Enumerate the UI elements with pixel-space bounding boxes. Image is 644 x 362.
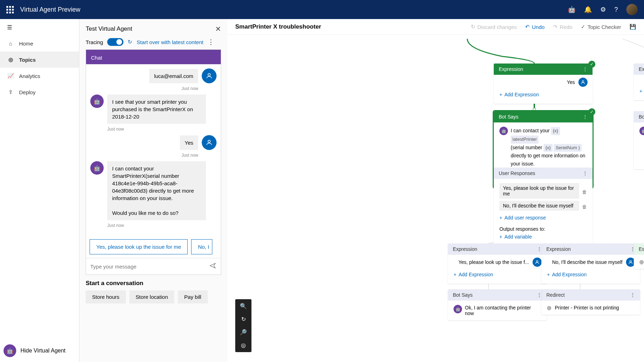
bot-icon[interactable]: 🤖 <box>568 6 576 13</box>
node-menu-icon[interactable]: ⋮ <box>537 246 542 252</box>
node-menu-icon[interactable]: ⋮ <box>583 66 588 72</box>
svg-point-7 <box>536 260 538 262</box>
hamburger-icon[interactable]: ☰ <box>0 19 79 36</box>
redo-button[interactable]: ↷Redo <box>553 24 572 30</box>
nav-home[interactable]: ⌂ Home <box>0 36 79 52</box>
app-launcher-icon[interactable] <box>6 6 14 13</box>
tracing-toggle[interactable] <box>107 38 123 46</box>
quick-reply-yes[interactable]: Yes, please look up the issue for me <box>90 239 188 254</box>
plus-icon: + <box>499 215 502 221</box>
expression-value: No, I'll describe the issue myself <box>552 259 622 265</box>
plus-icon: + <box>547 272 550 277</box>
check-icon: ✓ <box>588 108 595 115</box>
undo-button[interactable]: ↶Undo <box>525 24 545 30</box>
discard-icon: ↻ <box>471 24 475 30</box>
bot-mini-icon: 🤖 <box>499 127 508 135</box>
nav-label: Analytics <box>19 73 40 79</box>
discard-button[interactable]: ↻Discard changes <box>471 24 517 30</box>
plus-icon: + <box>454 272 456 277</box>
node-expression-lookup[interactable]: Expression⋮ Yes, please look up the issu… <box>448 243 547 284</box>
add-expression-link[interactable]: +Add Expression <box>639 86 644 96</box>
node-bot-says-sorry[interactable]: Bot Says 🤖 Sorry, our records show so el… <box>634 111 644 169</box>
node-redirect[interactable]: Redirect⋮ ◎ Printer - Printer is not pri… <box>541 289 640 315</box>
chip-store-hours[interactable]: Store hours <box>86 290 126 303</box>
node-menu-icon[interactable]: ⋮ <box>583 170 588 176</box>
node-expression-describe[interactable]: Expression⋮ No, I'll describe the issue … <box>541 243 640 284</box>
node-expression-other[interactable]: Expression No, I have another prin +Add … <box>634 64 644 100</box>
canvas: SmartPrinter X troubleshooter ↻Discard c… <box>227 19 644 362</box>
user-response-option[interactable]: Yes, please look up the issue for me <box>499 183 579 199</box>
node-expression-yes[interactable]: ✓ Expression⋮ Yes +Add Expression <box>494 64 593 104</box>
timestamp: Just now <box>90 86 217 91</box>
nav-analytics[interactable]: 📈 Analytics <box>0 68 79 84</box>
app-title: Virtual Agent Preview <box>20 6 80 13</box>
expression-value: Yes, please look up the issue f... <box>458 259 529 265</box>
user-avatar[interactable] <box>626 4 638 15</box>
node-menu-icon[interactable]: ⋮ <box>583 114 588 120</box>
node-menu-icon[interactable]: ⋮ <box>537 292 542 298</box>
add-user-response-link[interactable]: +Add user response <box>499 213 587 223</box>
help-icon[interactable]: ? <box>614 6 618 13</box>
add-expression-link[interactable]: +Add Expression <box>547 270 634 279</box>
hide-agent-button[interactable]: 🤖 <box>4 344 16 357</box>
quick-reply-no[interactable]: No, I <box>191 239 212 254</box>
topics-icon: ◎ <box>7 56 14 63</box>
app-header: Virtual Agent Preview 🤖 🔔 ⚙ ? <box>0 0 644 19</box>
test-panel: Test Virtual Agent ✕ Tracing ↻ Start ove… <box>79 19 227 362</box>
save-icon[interactable]: 💾 <box>630 24 636 30</box>
node-bot-says-contacting[interactable]: Bot Says⋮ 🤖 Ok, I am contacting the prin… <box>448 289 547 320</box>
bot-avatar-icon: 🤖 <box>90 161 104 175</box>
redo-icon: ↷ <box>553 24 558 30</box>
trash-icon[interactable]: 🗑 <box>582 189 587 195</box>
send-icon[interactable] <box>209 263 217 270</box>
zoom-in-icon[interactable]: 🔍 <box>240 303 247 309</box>
svg-point-0 <box>208 73 211 76</box>
zoom-reset-icon[interactable]: ↻ <box>241 316 246 322</box>
tracing-label: Tracing <box>86 39 103 45</box>
chat-input[interactable] <box>90 264 209 270</box>
bot-mini-icon: 🤖 <box>639 127 644 135</box>
nav-topics[interactable]: ◎ Topics <box>0 52 79 68</box>
notification-icon[interactable]: 🔔 <box>584 6 592 13</box>
hide-agent-label: Hide Virtual Agent <box>20 348 66 354</box>
node-user-responses[interactable]: User Responses⋮ Yes, please look up the … <box>494 168 593 246</box>
test-panel-title: Test Virtual Agent <box>86 25 132 32</box>
deploy-icon: ⇪ <box>7 89 14 95</box>
user-avatar-icon <box>202 135 217 150</box>
sidebar: ☰ ⌂ Home ◎ Topics 📈 Analytics ⇪ Deploy 🤖… <box>0 19 79 362</box>
redirect-icon: ◎ <box>547 305 551 310</box>
redirect-text: Printer - Printer is not printing <box>555 305 619 310</box>
output-label: Output responses to: <box>499 226 587 232</box>
add-variable-link[interactable]: +Add variable <box>499 232 587 242</box>
trash-icon[interactable]: 🗑 <box>582 204 587 210</box>
close-icon[interactable]: ✕ <box>215 25 221 33</box>
add-expression-link[interactable]: +Add Expression <box>499 90 587 99</box>
fit-icon[interactable]: ◎ <box>241 342 246 349</box>
chip-store-location[interactable]: Store location <box>129 290 175 303</box>
bot-mini-icon: 🤖 <box>454 305 462 313</box>
node-escalate[interactable]: Escalate ◎ Escalate <box>634 243 644 269</box>
node-menu-icon[interactable]: ⋮ <box>630 292 635 298</box>
timestamp: Just now <box>90 127 217 132</box>
zoom-toolbar: 🔍 ↻ 🔎 ◎ <box>235 299 251 352</box>
start-conversation-title: Start a conversation <box>86 280 221 287</box>
settings-icon[interactable]: ⚙ <box>600 6 606 13</box>
chat-header: Chat <box>86 50 221 64</box>
start-over-link[interactable]: Start over with latest content <box>136 39 203 45</box>
chip-pay-bill[interactable]: Pay bill <box>178 290 207 303</box>
plus-icon: + <box>499 234 502 240</box>
canvas-title: SmartPrinter X troubleshooter <box>235 23 321 30</box>
bot-message: I can contact your SmartPrinterX(serial … <box>107 161 206 220</box>
add-expression-link[interactable]: +Add Expression <box>454 270 541 279</box>
nav-deploy[interactable]: ⇪ Deploy <box>0 84 79 100</box>
more-icon[interactable]: ⋮ <box>208 38 214 46</box>
nav-label: Deploy <box>19 89 36 95</box>
user-response-option[interactable]: No, I'll describe the issue myself <box>499 201 579 211</box>
zoom-out-icon[interactable]: 🔎 <box>240 329 247 336</box>
topic-checker-button[interactable]: ✓Topic Checker <box>581 24 621 30</box>
analytics-icon: 📈 <box>7 73 14 79</box>
checker-icon: ✓ <box>581 24 585 30</box>
svg-point-6 <box>582 80 584 82</box>
person-icon <box>578 78 588 87</box>
refresh-icon[interactable]: ↻ <box>128 39 132 45</box>
